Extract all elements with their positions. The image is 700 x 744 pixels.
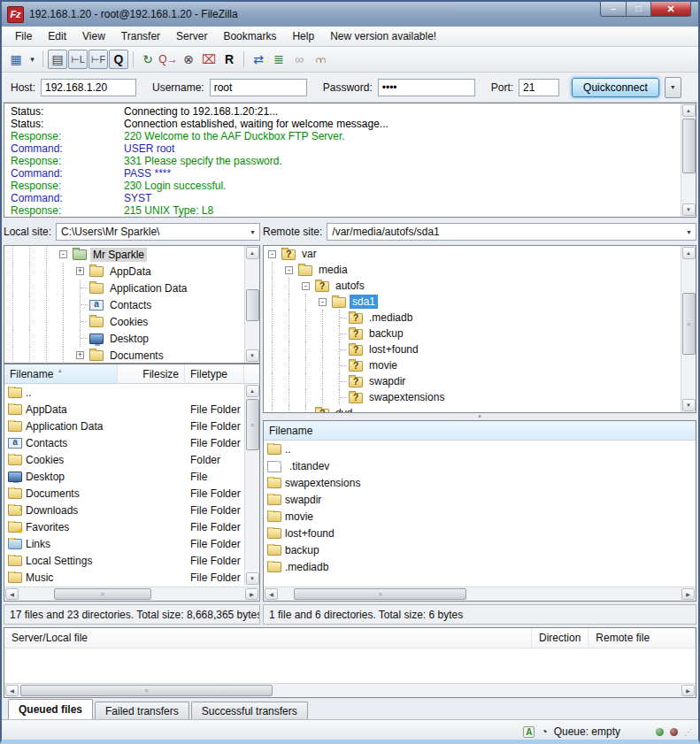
remote-list-hscrollbar[interactable]: ◀ ≡ ▶ [264,587,696,601]
tree-item[interactable]: Contacts [4,296,259,313]
column-header-filename[interactable]: Filename [264,421,696,440]
tree-item[interactable]: swapdir [264,373,696,389]
tree-item[interactable]: backup [264,326,696,341]
queue-body[interactable] [4,648,696,683]
splitter-collapse-icon[interactable]: ▾ [478,413,481,420]
collapse-toggle[interactable]: - [264,250,281,258]
file-row[interactable]: FavoritesFile Folder [4,518,259,535]
tree-item[interactable]: swapextensions [264,389,696,405]
pane-splitter[interactable]: ▾ [263,413,696,420]
scrollbar-thumb[interactable] [246,289,259,321]
scrollbar-thumb[interactable]: ≡ [246,399,259,450]
file-row[interactable]: Application DataFile Folder [4,418,259,434]
process-queue-icon[interactable]: Q→ [158,50,178,69]
site-manager-icon[interactable]: ▦ [6,50,26,69]
tree-item[interactable]: movie [264,357,696,373]
local-list-scrollbar[interactable]: ▲ ≡ ▼ [244,384,259,586]
local-site-combo[interactable]: C:\Users\Mr Sparkle\ ▾ [56,223,260,241]
tree-item[interactable]: -autofs [264,278,696,294]
tab-successful-transfers[interactable]: Successful transfers [191,702,308,719]
expand-toggle[interactable]: + [72,267,88,275]
remote-treeview-toggle-icon[interactable]: ⊢F [88,50,108,69]
queue-hscrollbar[interactable]: ◀ ≡ ▶ [4,683,696,697]
resize-grip-icon[interactable]: ⋰ [684,727,693,737]
file-row[interactable]: .. [4,384,259,401]
scroll-down-icon[interactable]: ▼ [682,399,696,411]
file-row[interactable]: AppDataFile Folder [4,401,259,418]
minimize-button[interactable]: – [600,2,627,17]
tree-item[interactable]: +AppData [4,263,259,280]
file-row[interactable]: lost+found [264,525,696,541]
close-button[interactable]: ✕ [650,2,691,17]
directory-comparison-icon[interactable]: ∞ [289,50,309,69]
synchronized-browsing-icon[interactable]: ≣ [269,50,288,69]
message-log-toggle-icon[interactable]: ▤ [48,50,67,69]
title-bar[interactable]: Fz 192.168.1.20 - root@192.168.1.20 - Fi… [2,2,698,27]
find-files-icon[interactable]: ∩∩ [310,50,329,69]
file-row[interactable]: LinksFile Folder [4,535,259,552]
quickconnect-button[interactable]: Quickconnect [572,78,659,97]
scrollbar-thumb[interactable]: ≡ [682,293,696,355]
file-row[interactable]: MusicFile Folder [4,569,259,586]
tab-queued-files[interactable]: Queued files [8,699,93,719]
menu-edit[interactable]: Edit [40,28,74,44]
local-treeview-toggle-icon[interactable]: ⊢L [68,50,88,69]
menu-view[interactable]: View [74,28,113,44]
menu-new-version[interactable]: New version available! [322,28,444,44]
expand-toggle[interactable]: + [72,351,88,359]
disconnect-icon[interactable]: ⌧ [199,50,219,69]
scroll-down-icon[interactable]: ▼ [246,572,259,585]
scrollbar-thumb[interactable]: ≡ [294,588,466,600]
speed-limits-icon[interactable]: ◔ [541,725,547,738]
menu-file[interactable]: File [7,28,40,44]
queue-toggle-icon[interactable]: Q [109,50,128,69]
tree-item[interactable]: -Mr Sparkle [4,246,259,263]
username-input[interactable] [210,79,307,96]
collapse-toggle[interactable]: - [314,298,331,306]
site-manager-dropdown-icon[interactable]: ▾ [27,50,38,69]
scroll-right-icon[interactable]: ▶ [681,588,695,600]
menu-bookmarks[interactable]: Bookmarks [215,28,284,44]
cancel-icon[interactable]: ⊗ [179,50,198,69]
collapse-toggle[interactable]: - [297,282,314,290]
refresh-icon[interactable]: ↻ [138,50,158,69]
reconnect-icon[interactable]: R [219,50,239,69]
file-row[interactable]: .titandev [264,457,696,474]
quickconnect-dropdown-icon[interactable]: ▾ [665,77,681,98]
remote-tree-scrollbar[interactable]: ▲ ≡ ▼ [681,246,696,412]
column-header-filetype[interactable]: Filetype [185,364,244,383]
tree-item[interactable]: Desktop [4,330,259,347]
local-tree-scrollbar[interactable]: ▲ ▼ [244,246,259,363]
scroll-down-icon[interactable]: ▼ [246,349,259,362]
file-row[interactable]: swapextensions [264,474,696,491]
tree-item[interactable]: +Documents [4,347,259,364]
log-scrollbar[interactable]: ▲ ▼ [681,104,696,217]
transfer-type-icon[interactable]: A [523,726,535,738]
scroll-up-icon[interactable]: ▲ [246,247,259,259]
remote-site-combo[interactable]: /var/media/autofs/sda1 ▾ [327,223,696,241]
local-list-hscrollbar[interactable]: ◀ ≡ ▶ [4,587,259,601]
collapse-toggle[interactable]: - [55,250,72,258]
scroll-up-icon[interactable]: ▲ [682,247,696,259]
file-row[interactable]: swapdir [264,491,696,508]
port-input[interactable] [519,79,559,96]
scrollbar-thumb[interactable] [682,119,696,173]
file-row[interactable]: DownloadsFile Folder [4,502,259,518]
scrollbar-thumb[interactable]: ≡ [54,588,151,600]
column-header-filename[interactable]: Filename▲ [4,364,118,383]
password-input[interactable] [378,79,475,96]
file-row[interactable]: DocumentsFile Folder [4,485,259,502]
file-row[interactable]: Local SettingsFile Folder [4,552,259,569]
file-row[interactable]: .. [264,441,696,457]
file-row[interactable]: ContactsFile Folder [4,434,259,451]
scroll-left-icon[interactable]: ◀ [5,588,19,600]
tree-item[interactable]: .mediadb [264,310,696,326]
scroll-up-icon[interactable]: ▲ [682,104,696,117]
menu-help[interactable]: Help [284,28,322,44]
column-header-server-local-file[interactable]: Server/Local file [4,628,532,648]
column-header-direction[interactable]: Direction [532,628,588,648]
tree-item[interactable]: lost+found [264,341,696,357]
file-row[interactable]: backup [264,541,696,558]
scroll-left-icon[interactable]: ◀ [265,588,278,600]
host-input[interactable] [41,79,136,96]
